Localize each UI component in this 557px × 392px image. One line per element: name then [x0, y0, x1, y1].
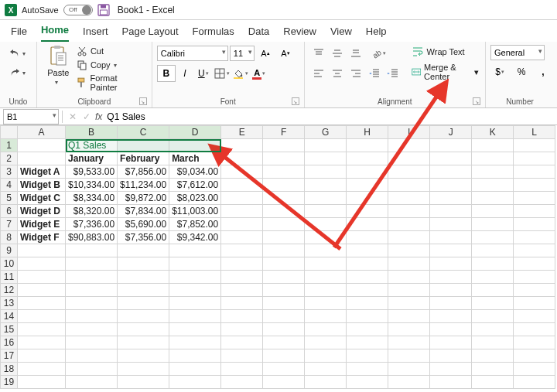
cell-L10[interactable] — [514, 257, 555, 271]
align-top-button[interactable] — [309, 45, 328, 62]
row-header-2[interactable]: 2 — [1, 152, 18, 165]
cell-K13[interactable] — [472, 297, 514, 310]
row-header-9[interactable]: 9 — [1, 244, 18, 257]
cell-L1[interactable] — [514, 139, 555, 152]
cell-C7[interactable]: $5,690.00 — [118, 218, 169, 231]
cell-H4[interactable] — [347, 179, 388, 192]
cell-J17[interactable] — [430, 349, 472, 363]
cell-H3[interactable] — [347, 165, 388, 179]
cell-H15[interactable] — [347, 323, 388, 336]
cell-F16[interactable] — [263, 336, 305, 349]
cell-F4[interactable] — [263, 179, 305, 192]
align-middle-button[interactable] — [328, 45, 347, 62]
cell-I9[interactable] — [388, 244, 430, 257]
cell-A2[interactable] — [18, 152, 66, 165]
row-header-6[interactable]: 6 — [1, 205, 18, 218]
col-header-F[interactable]: F — [263, 126, 305, 139]
cell-E14[interactable] — [221, 310, 263, 323]
cell-K15[interactable] — [472, 323, 514, 336]
cell-I1[interactable] — [388, 139, 430, 152]
percent-format-button[interactable]: % — [512, 63, 531, 80]
cell-A6[interactable]: Widget D — [18, 205, 66, 218]
cell-K16[interactable] — [472, 336, 514, 349]
redo-button[interactable]: ▾ — [5, 64, 31, 81]
copy-button[interactable]: Copy ▾ — [75, 59, 147, 71]
cell-G12[interactable] — [305, 284, 347, 297]
cell-C19[interactable] — [118, 376, 169, 389]
cell-K11[interactable] — [472, 271, 514, 284]
underline-button[interactable]: U▾ — [194, 65, 213, 82]
col-header-L[interactable]: L — [514, 126, 555, 139]
cell-C12[interactable] — [118, 284, 169, 297]
decrease-font-button[interactable]: A▾ — [276, 45, 295, 62]
col-header-G[interactable]: G — [305, 126, 347, 139]
cell-F11[interactable] — [263, 271, 305, 284]
cell-A9[interactable] — [18, 244, 66, 257]
cell-E10[interactable] — [221, 257, 263, 271]
cell-L11[interactable] — [514, 271, 555, 284]
borders-button[interactable]: ▾ — [213, 65, 231, 82]
cell-J6[interactable] — [430, 205, 472, 218]
cell-C8[interactable]: $7,356.00 — [118, 231, 169, 244]
col-header-J[interactable]: J — [430, 126, 472, 139]
comma-format-button[interactable]: , — [534, 63, 552, 80]
cell-E1[interactable] — [221, 139, 263, 152]
cell-K6[interactable] — [472, 205, 514, 218]
row-header-11[interactable]: 11 — [1, 271, 18, 284]
cell-K18[interactable] — [472, 363, 514, 376]
cell-A19[interactable] — [18, 376, 66, 389]
cell-G15[interactable] — [305, 323, 347, 336]
cell-K17[interactable] — [472, 349, 514, 363]
cell-G6[interactable] — [305, 205, 347, 218]
cell-J19[interactable] — [430, 376, 472, 389]
col-header-D[interactable]: D — [169, 126, 221, 139]
cell-B9[interactable] — [66, 244, 118, 257]
fx-button[interactable]: fx — [95, 111, 102, 122]
cell-J4[interactable] — [430, 179, 472, 192]
cell-A10[interactable] — [18, 257, 66, 271]
cell-B2[interactable]: January — [66, 152, 118, 165]
cell-I7[interactable] — [388, 218, 430, 231]
cell-K7[interactable] — [472, 218, 514, 231]
tab-page-layout[interactable]: Page Layout — [122, 22, 179, 42]
row-header-13[interactable]: 13 — [1, 297, 18, 310]
font-size-select[interactable] — [230, 46, 255, 61]
cell-L16[interactable] — [514, 336, 555, 349]
cell-H9[interactable] — [347, 244, 388, 257]
fill-handle[interactable] — [219, 150, 224, 155]
cell-L19[interactable] — [514, 376, 555, 389]
cell-A12[interactable] — [18, 284, 66, 297]
cell-E3[interactable] — [221, 165, 263, 179]
col-header-K[interactable]: K — [472, 126, 514, 139]
cell-A3[interactable]: Widget A — [18, 165, 66, 179]
cell-F18[interactable] — [263, 363, 305, 376]
cell-K2[interactable] — [472, 152, 514, 165]
cell-J16[interactable] — [430, 336, 472, 349]
cell-I3[interactable] — [388, 165, 430, 179]
cell-D6[interactable]: $11,003.00 — [169, 205, 221, 218]
cell-G1[interactable] — [305, 139, 347, 152]
cell-A16[interactable] — [18, 336, 66, 349]
cell-J14[interactable] — [430, 310, 472, 323]
cell-K4[interactable] — [472, 179, 514, 192]
cell-L15[interactable] — [514, 323, 555, 336]
cell-L6[interactable] — [514, 205, 555, 218]
cell-L18[interactable] — [514, 363, 555, 376]
cell-H7[interactable] — [347, 218, 388, 231]
cell-A7[interactable]: Widget E — [18, 218, 66, 231]
cell-F12[interactable] — [263, 284, 305, 297]
fill-color-button[interactable]: ▾ — [231, 65, 250, 82]
cell-E9[interactable] — [221, 244, 263, 257]
cell-F17[interactable] — [263, 349, 305, 363]
cell-F15[interactable] — [263, 323, 305, 336]
cell-C17[interactable] — [118, 349, 169, 363]
tab-help[interactable]: Help — [366, 22, 387, 42]
cell-G11[interactable] — [305, 271, 347, 284]
save-icon[interactable] — [97, 4, 110, 16]
cell-F13[interactable] — [263, 297, 305, 310]
bold-button[interactable]: B — [157, 65, 176, 82]
cell-E17[interactable] — [221, 349, 263, 363]
cell-J9[interactable] — [430, 244, 472, 257]
cell-H14[interactable] — [347, 310, 388, 323]
row-header-4[interactable]: 4 — [1, 179, 18, 192]
